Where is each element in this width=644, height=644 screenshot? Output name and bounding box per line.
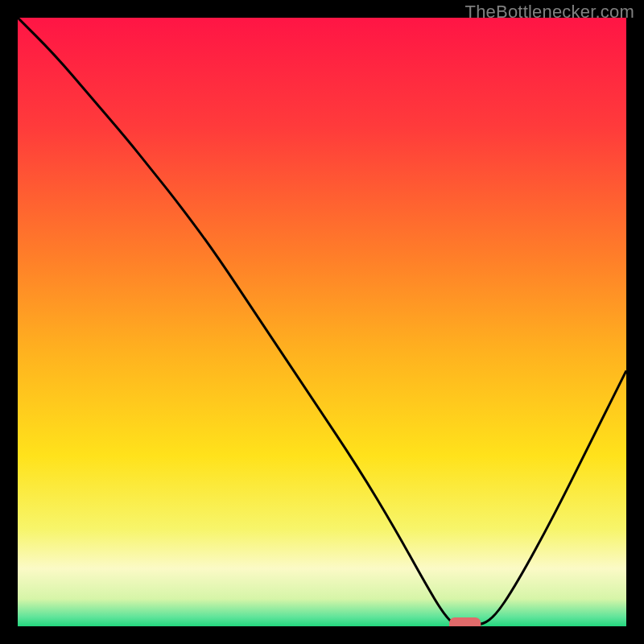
plot-area (18, 18, 626, 626)
gradient-background (18, 18, 626, 626)
optimum-marker (449, 617, 481, 626)
chart-frame: TheBottlenecker.com (0, 0, 644, 644)
chart-svg (18, 18, 626, 626)
watermark-text: TheBottlenecker.com (465, 2, 634, 23)
